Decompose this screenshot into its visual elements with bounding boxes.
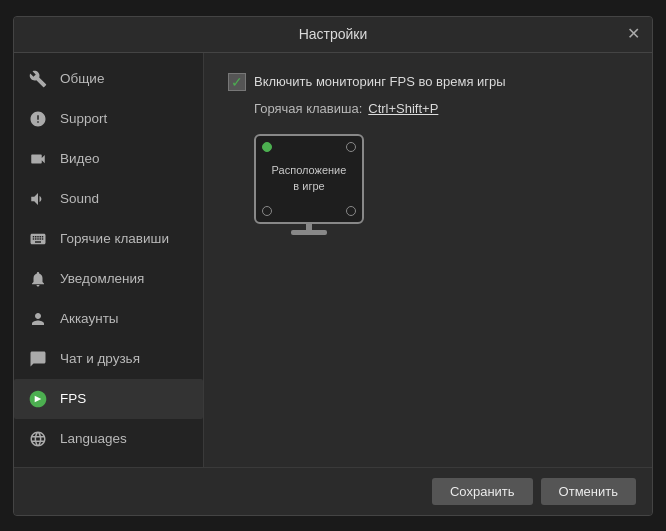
window-body: Общие Support Видео Sound <box>14 53 652 467</box>
cancel-button[interactable]: Отменить <box>541 478 636 505</box>
bell-icon <box>28 269 48 289</box>
monitor-dot-bottomleft <box>262 206 272 216</box>
sidebar-label-notifications: Уведомления <box>60 271 144 286</box>
chat-icon <box>28 349 48 369</box>
main-content: ✓ Включить мониторинг FPS во время игры … <box>204 53 652 467</box>
sidebar-label-languages: Languages <box>60 431 127 446</box>
sidebar-label-video: Видео <box>60 151 99 166</box>
checkmark-icon: ✓ <box>231 75 243 89</box>
monitor-stand <box>291 222 327 236</box>
speaker-icon <box>28 189 48 209</box>
monitor-diagram-wrap: Расположение в игре <box>228 134 628 224</box>
sidebar-item-support[interactable]: Support <box>14 99 203 139</box>
titlebar: Настройки ✕ <box>14 17 652 53</box>
fps-checkbox[interactable]: ✓ <box>228 73 246 91</box>
sidebar-label-chat: Чат и друзья <box>60 351 140 366</box>
sidebar-label-general: Общие <box>60 71 104 86</box>
sidebar-label-accounts: Аккаунты <box>60 311 119 326</box>
fps-toggle-row: ✓ Включить мониторинг FPS во время игры <box>228 73 628 91</box>
person-icon <box>28 309 48 329</box>
fps-icon <box>28 389 48 409</box>
sidebar-item-chat[interactable]: Чат и друзья <box>14 339 203 379</box>
globe-icon <box>28 429 48 449</box>
sidebar-item-general[interactable]: Общие <box>14 59 203 99</box>
hotkey-value: Ctrl+Shift+P <box>368 101 438 116</box>
monitor-dot-topright <box>346 142 356 152</box>
sidebar-item-sound[interactable]: Sound <box>14 179 203 219</box>
hotkey-prefix: Горячая клавиша: <box>254 101 362 116</box>
monitor-stand-base <box>291 230 327 235</box>
monitor-text: Расположение в игре <box>272 163 347 194</box>
sidebar-item-accounts[interactable]: Аккаунты <box>14 299 203 339</box>
sidebar-label-support: Support <box>60 111 107 126</box>
sidebar-item-notifications[interactable]: Уведомления <box>14 259 203 299</box>
sidebar-label-fps: FPS <box>60 391 86 406</box>
monitor-diagram: Расположение в игре <box>254 134 364 224</box>
monitor-dot-bottomright <box>346 206 356 216</box>
keyboard-icon <box>28 229 48 249</box>
sidebar: Общие Support Видео Sound <box>14 53 204 467</box>
window-title: Настройки <box>299 26 368 42</box>
footer: Сохранить Отменить <box>14 467 652 515</box>
wrench-icon <box>28 69 48 89</box>
monitor-stand-neck <box>306 222 312 230</box>
monitor-dot-topleft <box>262 142 272 152</box>
camera-icon <box>28 149 48 169</box>
sidebar-label-hotkeys: Горячие клавиши <box>60 231 169 246</box>
sidebar-label-sound: Sound <box>60 191 99 206</box>
sidebar-item-hotkeys[interactable]: Горячие клавиши <box>14 219 203 259</box>
sidebar-item-fps[interactable]: FPS <box>14 379 203 419</box>
asterisk-icon <box>28 109 48 129</box>
sidebar-item-languages[interactable]: Languages <box>14 419 203 459</box>
settings-window: Настройки ✕ Общие Support <box>13 16 653 516</box>
fps-toggle-label: Включить мониторинг FPS во время игры <box>254 74 506 89</box>
hotkey-row: Горячая клавиша: Ctrl+Shift+P <box>228 101 628 116</box>
sidebar-item-video[interactable]: Видео <box>14 139 203 179</box>
close-button[interactable]: ✕ <box>627 26 640 42</box>
save-button[interactable]: Сохранить <box>432 478 533 505</box>
